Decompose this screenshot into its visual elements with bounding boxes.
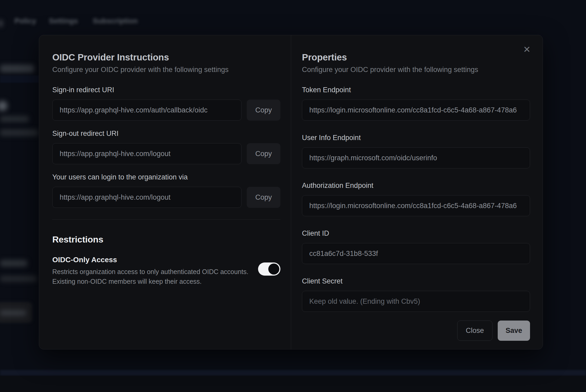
toggle-knob bbox=[268, 264, 279, 275]
tab-subscription[interactable]: Subscription bbox=[93, 14, 138, 28]
authorization-endpoint-field: Authorization Endpoint bbox=[302, 181, 530, 216]
page-footer-band bbox=[0, 376, 586, 392]
save-button[interactable]: Save bbox=[498, 321, 530, 341]
copy-button[interactable]: Copy bbox=[247, 143, 280, 164]
user-info-endpoint-input[interactable] bbox=[302, 147, 530, 168]
oidc-settings-dialog: OIDC Provider Instructions Configure you… bbox=[39, 35, 543, 349]
toggle-description: Restricts organization access to only au… bbox=[52, 267, 248, 286]
user-info-endpoint-field: User Info Endpoint bbox=[302, 133, 530, 168]
blurred-text-fragment bbox=[0, 129, 38, 136]
client-id-input[interactable] bbox=[302, 243, 530, 264]
page: Policy Settings Subscription OIDC Provid… bbox=[0, 0, 586, 392]
properties-section: ✕ Properties Configure your OIDC provide… bbox=[291, 35, 543, 349]
client-secret-field: Client Secret bbox=[302, 277, 530, 312]
sign-in-redirect-field: Sign-in redirect URI Copy bbox=[52, 85, 280, 121]
tab-settings[interactable]: Settings bbox=[49, 14, 78, 28]
close-button[interactable]: Close bbox=[457, 321, 492, 341]
close-icon[interactable]: ✕ bbox=[521, 43, 533, 56]
token-endpoint-field: Token Endpoint bbox=[302, 85, 530, 121]
blurred-dot-fragment bbox=[0, 101, 7, 111]
oidc-only-access-text: OIDC-Only Access Restricts organization … bbox=[52, 255, 248, 286]
blurred-text-fragment bbox=[0, 276, 37, 282]
sign-in-redirect-input[interactable] bbox=[52, 100, 241, 121]
client-id-field: Client ID bbox=[302, 229, 530, 264]
field-label: Client ID bbox=[302, 229, 530, 238]
blurred-bottom-band bbox=[0, 370, 586, 376]
section-subtitle: Configure your OIDC provider with the fo… bbox=[52, 65, 280, 74]
section-title: Properties bbox=[302, 52, 530, 63]
copy-button[interactable]: Copy bbox=[247, 100, 280, 121]
blurred-text-fragment bbox=[0, 260, 27, 267]
field-label: Client Secret bbox=[302, 277, 530, 286]
oidc-only-access-toggle[interactable] bbox=[258, 262, 280, 276]
field-label: Token Endpoint bbox=[302, 85, 530, 94]
authorization-endpoint-input[interactable] bbox=[302, 195, 530, 216]
dialog-actions: Close Save bbox=[302, 321, 530, 341]
field-label: Sign-in redirect URI bbox=[52, 85, 280, 94]
blurred-fragment bbox=[0, 20, 3, 27]
sign-out-redirect-input[interactable] bbox=[52, 143, 241, 164]
oidc-only-access-row: OIDC-Only Access Restricts organization … bbox=[52, 255, 280, 286]
blurred-text-fragment bbox=[0, 310, 26, 316]
tab-policy[interactable]: Policy bbox=[14, 14, 36, 28]
section-divider bbox=[52, 219, 280, 220]
toggle-label: OIDC-Only Access bbox=[52, 255, 248, 265]
field-label: Authorization Endpoint bbox=[302, 181, 530, 190]
login-via-input[interactable] bbox=[52, 187, 241, 208]
field-label: User Info Endpoint bbox=[302, 133, 530, 142]
restrictions-title: Restrictions bbox=[52, 234, 280, 245]
token-endpoint-input[interactable] bbox=[302, 100, 530, 121]
login-via-field: Your users can login to the organization… bbox=[52, 173, 280, 208]
section-subtitle: Configure your OIDC provider with the fo… bbox=[302, 65, 530, 74]
blurred-band bbox=[0, 75, 39, 83]
field-label: Sign-out redirect URI bbox=[52, 129, 280, 138]
blurred-text-fragment bbox=[0, 116, 29, 122]
sign-out-redirect-field: Sign-out redirect URI Copy bbox=[52, 129, 280, 164]
copy-button[interactable]: Copy bbox=[247, 187, 280, 208]
client-secret-input[interactable] bbox=[302, 291, 530, 312]
oidc-instructions-section: OIDC Provider Instructions Configure you… bbox=[39, 35, 291, 349]
section-title: OIDC Provider Instructions bbox=[52, 52, 280, 63]
blurred-text-fragment bbox=[0, 65, 34, 73]
field-label: Your users can login to the organization… bbox=[52, 173, 280, 182]
